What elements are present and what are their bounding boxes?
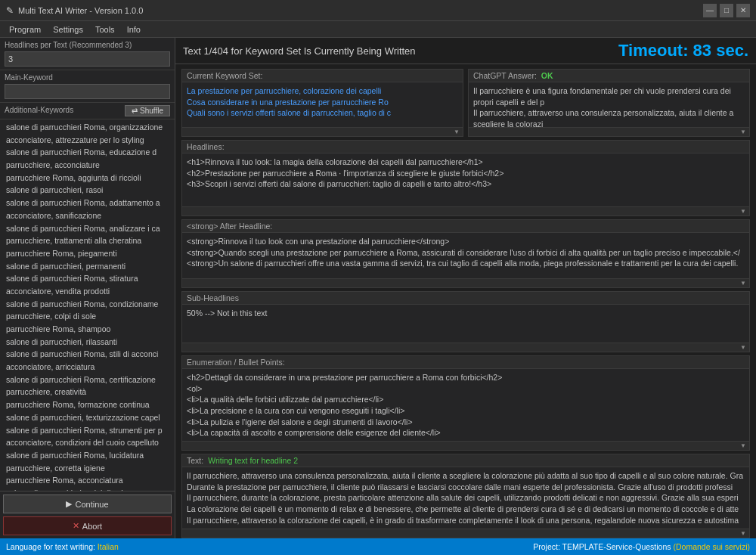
- continue-button[interactable]: ▶ Continue: [3, 495, 172, 513]
- keyword-item: salone di parrucchieri Roma, organizzazi…: [0, 121, 175, 134]
- chatgpt-ok: OK: [541, 71, 553, 80]
- keyword-item: salone di parrucchieri Roma, educazione …: [0, 146, 175, 159]
- maximize-button[interactable]: □: [720, 4, 733, 17]
- main-keyword-label: Main-Keyword: [5, 73, 170, 82]
- language-label: Language for text writing:: [6, 542, 95, 551]
- top-row: Current Keyword Set: La prestazione per …: [181, 69, 750, 137]
- keyword-item: salone di parrucchieri Roma, condizionam…: [0, 298, 175, 311]
- menu-info[interactable]: Info: [121, 23, 147, 36]
- keyword-item: acconciatore, condizioni del cuoio capel…: [0, 436, 175, 449]
- continue-label: Continue: [75, 500, 108, 509]
- headlines-section-label: Headlines:: [187, 142, 225, 151]
- keyword-item: salone di parrucchieri Roma, stiratura: [0, 272, 175, 285]
- status-bar: Language for text writing: Italian Proje…: [0, 538, 756, 555]
- window-controls: — □ ✕: [703, 4, 750, 17]
- project-name: TEMPLATE-Service-Questions: [562, 542, 671, 551]
- keyword-item: parrucchiere, trattamenti alla cheratina: [0, 234, 175, 247]
- shuffle-button[interactable]: ⇄ Shuffle: [125, 105, 170, 116]
- keyword-item: parrucchiere Roma, formazione continua: [0, 398, 175, 411]
- headlines-section: Headlines per Text (Recommended 3): [0, 38, 175, 70]
- main-keyword-section: Main-Keyword: [0, 70, 175, 103]
- scroll-down-icon: ▼: [739, 530, 748, 537]
- keyword-item: parrucchiere, corretta igiene: [0, 462, 175, 475]
- keyword-item-2: Cosa considerare in una prestazione per …: [187, 97, 458, 108]
- keyword-item: salone di parrucchieri, rilassanti: [0, 336, 175, 349]
- after-headline-scroll: ▼: [182, 278, 749, 287]
- scroll-down-icon: ▼: [739, 208, 748, 215]
- headlines-scroll: ▼: [182, 206, 749, 215]
- headlines-panel-body: <h1>Rinnova il tuo look: la magia della …: [182, 153, 749, 206]
- chatgpt-panel-header: ChatGPT Answer: OK: [469, 70, 749, 82]
- keyword-set-label: Current Keyword Set:: [187, 71, 262, 80]
- after-headline-body: <strong>Rinnova il tuo look con una pres…: [182, 233, 749, 278]
- app-title: Multi Text AI Writer - Version 1.0.0: [18, 6, 143, 15]
- app-icon: ✎: [6, 5, 14, 16]
- chatgpt-panel-body: Il parrucchiere è una figura fondamental…: [469, 82, 749, 127]
- panels-container: Current Keyword Set: La prestazione per …: [175, 64, 756, 538]
- title-bar: ✎ Multi Text AI Writer - Version 1.0.0 —…: [0, 0, 756, 21]
- chatgpt-scroll: ▼: [469, 127, 749, 136]
- keyword-item: salone di parrucchieri Roma, lucidatura: [0, 449, 175, 462]
- keyword-item: salone di parrucchieri, permanenti: [0, 260, 175, 273]
- sidebar-footer: ▶ Continue ✕ Abort: [0, 491, 175, 538]
- timeout-display: Timeout: 83 sec.: [618, 41, 748, 60]
- keyword-item: salone di parrucchieri Roma, stili di ac…: [0, 348, 175, 361]
- keyword-item-1: La prestazione per parrucchiere, coloraz…: [187, 85, 458, 97]
- content-topbar: Text 1/404 for Keyword Set Is Currently …: [175, 38, 756, 64]
- keyword-item-3: Quali sono i servizi offerti salone di p…: [187, 107, 458, 119]
- scroll-down-icon: ▼: [739, 129, 748, 135]
- menu-settings[interactable]: Settings: [47, 23, 89, 36]
- headlines-label: Headlines per Text (Recommended 3): [5, 41, 170, 49]
- menu-tools[interactable]: Tools: [89, 23, 121, 36]
- after-headline-label: <strong> After Headline:: [187, 222, 272, 231]
- keywords-list[interactable]: salone di parrucchieri Roma, organizzazi…: [0, 119, 175, 491]
- abort-label: Abort: [82, 522, 102, 531]
- sub-headlines-scroll: ▼: [182, 343, 749, 352]
- keyword-item: parrucchiere, colpi di sole: [0, 310, 175, 323]
- keyword-item: parrucchiere, creatività: [0, 386, 175, 398]
- writing-status: Text 1/404 for Keyword Set Is Currently …: [183, 45, 416, 57]
- enum-header: Enumeration / Bullet Points:: [182, 356, 749, 369]
- keyword-panel: Current Keyword Set: La prestazione per …: [181, 69, 463, 137]
- keyword-panel-header: Current Keyword Set:: [182, 70, 463, 82]
- menu-bar: Program Settings Tools Info: [0, 21, 756, 38]
- menu-program[interactable]: Program: [3, 23, 47, 36]
- status-left: Language for text writing: Italian: [6, 542, 119, 551]
- keyword-item: salone di parrucchieri, texturizzazione …: [0, 411, 175, 424]
- content-area: Text 1/404 for Keyword Set Is Currently …: [175, 38, 756, 538]
- keyword-item: salone di parrucchieri, rasoi: [0, 184, 175, 197]
- sub-headlines-body: 50% --> Not in this text: [182, 305, 749, 343]
- status-right: Project: TEMPLATE-Service-Questions (Dom…: [533, 542, 750, 551]
- scroll-down-icon: ▼: [739, 344, 748, 351]
- text-writing-label: Writing text for headline 2: [208, 456, 298, 465]
- keyword-item: salone di parrucchieri Roma, certificazi…: [0, 374, 175, 386]
- text-body: Il parrucchiere, attraverso una consulen…: [182, 467, 749, 529]
- keyword-item: acconciatore, vendita prodotti: [0, 285, 175, 298]
- keyword-item: salone di parrucchieri Roma, analizzare …: [0, 222, 175, 235]
- keyword-item: parrucchiere, acconciature: [0, 159, 175, 172]
- keyword-item: salone di parrucchieri Roma, adattamento…: [0, 197, 175, 209]
- additional-keywords-label: Additional-Keywords: [5, 106, 73, 114]
- keyword-item: acconciatore, attrezzature per lo stylin…: [0, 134, 175, 147]
- close-button[interactable]: ✕: [736, 4, 750, 17]
- text-label: Text:: [187, 456, 203, 465]
- scroll-down-icon: ▼: [739, 280, 748, 287]
- keyword-scroll: ▼: [182, 127, 463, 136]
- abort-button[interactable]: ✕ Abort: [3, 516, 172, 535]
- text-header: Text: Writing text for headline 2: [182, 454, 749, 467]
- shuffle-label: Shuffle: [140, 107, 163, 115]
- keyword-panel-body: La prestazione per parrucchiere, coloraz…: [182, 82, 463, 127]
- chatgpt-label: ChatGPT Answer:: [473, 71, 537, 80]
- project-sub: (Domande sui servizi): [673, 542, 750, 551]
- scroll-down-icon: ▼: [739, 442, 748, 449]
- sub-headlines-label: Sub-Headlines: [187, 293, 239, 302]
- text-panel: Text: Writing text for headline 2 Il par…: [181, 454, 750, 538]
- enum-panel: Enumeration / Bullet Points: <h2>Dettagl…: [181, 355, 750, 451]
- after-headline-header: <strong> After Headline:: [182, 220, 749, 233]
- minimize-button[interactable]: —: [703, 4, 717, 17]
- headlines-panel: Headlines: <h1>Rinnova il tuo look: la m…: [181, 140, 750, 216]
- headlines-input[interactable]: [5, 51, 170, 67]
- scroll-down-icon: ▼: [452, 129, 461, 135]
- keyword-item: acconciatore, sanificazione: [0, 209, 175, 222]
- main-keyword-input[interactable]: [5, 84, 170, 99]
